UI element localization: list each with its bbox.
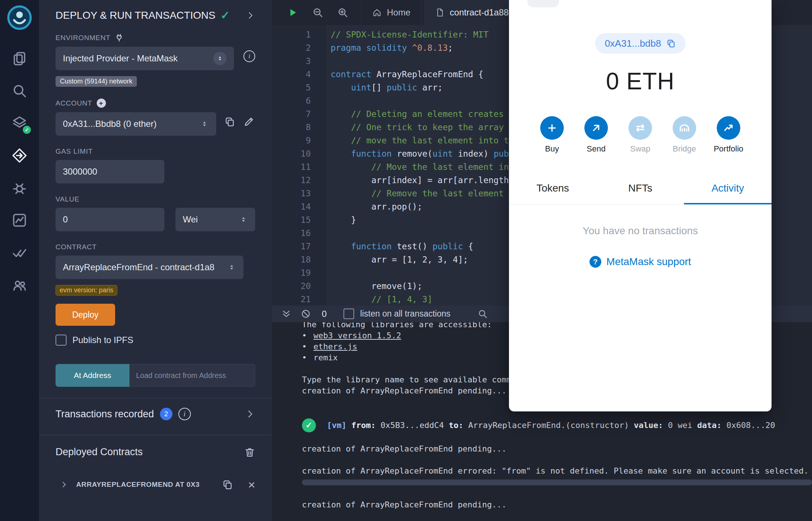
mm-action-label: Bridge: [673, 144, 696, 154]
play-icon: [287, 7, 298, 18]
panel-header: DEPLOY & RUN TRANSACTIONS ✓: [56, 0, 255, 22]
action-buttons-row: BuySendSwapBridgePortfolio: [532, 116, 749, 154]
gas-limit-input[interactable]: 3000000: [56, 160, 164, 183]
mm-action-portfolio[interactable]: Portfolio: [708, 116, 749, 154]
run-script-button[interactable]: [287, 7, 298, 18]
clear-console-button[interactable]: [301, 309, 311, 319]
mm-action-label: Swap: [630, 144, 650, 154]
copy-address-button[interactable]: [666, 39, 676, 48]
debugger-icon: [12, 180, 27, 196]
empty-transactions-message: You have no transactions: [583, 225, 698, 237]
at-address-input[interactable]: Load contract from Address: [129, 364, 255, 387]
contract-select[interactable]: ArrayReplaceFromEnd - contract-d1a8: [56, 256, 243, 279]
sidebar-item-deploy-run[interactable]: [11, 147, 28, 164]
contract-caret: [227, 263, 236, 272]
remix-ide: ✓ DEPLOY & RUN TRANSACTIONS ✓ ENVIRONMEN…: [0, 0, 812, 521]
terminal-line: [302, 488, 812, 499]
deployed-contract-item[interactable]: ARRAYREPLACEFROMEND AT 0X3 ×: [56, 478, 255, 491]
sidebar-item-debugger[interactable]: [11, 179, 28, 196]
publish-ipfs-checkbox[interactable]: [56, 335, 67, 346]
mm-action-label: Buy: [545, 144, 559, 154]
chevron-right-icon: [246, 11, 255, 20]
unit-caret: [239, 215, 248, 224]
mm-action-circle: [673, 116, 696, 140]
value-input[interactable]: 0: [56, 208, 164, 231]
mm-tab-tokens[interactable]: Tokens: [509, 182, 596, 204]
value-amount: 0: [63, 214, 68, 225]
pencil-icon: [243, 116, 254, 127]
transactions-recorded-label: Transactions recorded: [56, 408, 154, 420]
terminal-line: ✓[vm] from: 0x5B3...eddC4 to: ArrayRepla…: [302, 418, 812, 432]
sidebar-item-analytics[interactable]: [11, 212, 28, 229]
pending-transactions-count: 0: [322, 309, 327, 319]
mm-tab-nfts[interactable]: NFTs: [596, 182, 684, 204]
deployed-contract-name: ARRAYREPLACEFROMEND AT 0X3: [76, 481, 200, 489]
terminal-line: [302, 432, 812, 443]
home-tab-label: Home: [387, 7, 410, 18]
expand-contract-button[interactable]: [60, 481, 68, 489]
side-panel: DEPLOY & RUN TRANSACTIONS ✓ ENVIRONMENT …: [39, 0, 272, 521]
terminal-horizontal-scrollbar[interactable]: [302, 479, 812, 485]
plug-icon: [115, 33, 124, 42]
environment-select[interactable]: Injected Provider - MetaMask: [56, 47, 234, 70]
environment-caret: [213, 52, 227, 65]
edit-account-button[interactable]: [243, 116, 254, 127]
environment-info-icon[interactable]: i: [243, 50, 255, 62]
search-icon: [12, 83, 27, 99]
caret-updown-icon: [227, 263, 236, 272]
chevron-right-icon: [60, 481, 68, 489]
mm-action-send[interactable]: Send: [576, 116, 616, 154]
mm-action-bridge: Bridge: [664, 116, 705, 154]
caret-updown-icon: [239, 215, 248, 224]
sidebar-item-static-analysis[interactable]: [11, 244, 28, 261]
metamask-tabs: TokensNFTsActivity: [509, 182, 772, 204]
zoom-out-button[interactable]: [312, 7, 323, 18]
chevron-right-icon: [245, 409, 255, 419]
panel-title: DEPLOY & RUN TRANSACTIONS: [56, 10, 216, 21]
tab-home[interactable]: Home: [361, 0, 422, 25]
expand-terminal-button[interactable]: [281, 309, 291, 319]
sidebar-item-file-explorer[interactable]: [11, 50, 28, 67]
sidebar-item-solidity-compiler[interactable]: ✓: [11, 115, 28, 132]
mm-action-circle: [717, 116, 740, 140]
copy-account-button[interactable]: [224, 116, 235, 127]
panel-collapse-button[interactable]: [246, 11, 255, 20]
deploy-button[interactable]: Deploy: [56, 304, 115, 326]
terminal-line: creation of ArrayReplaceFromEnd errored:…: [302, 465, 812, 477]
transactions-expand-button[interactable]: [245, 409, 255, 419]
terminal-link[interactable]: web3 version 1.5.2: [313, 330, 401, 341]
account-address-pill[interactable]: 0xA31...bdb8: [595, 33, 685, 54]
file-explorer-icon: [12, 51, 27, 66]
remove-contract-button[interactable]: ×: [248, 478, 255, 491]
plus-icon: [546, 122, 558, 133]
transactions-info-icon[interactable]: i: [178, 408, 191, 420]
mm-tab-activity[interactable]: Activity: [684, 182, 772, 204]
value-unit: Wei: [183, 214, 198, 225]
environment-label: ENVIRONMENT: [56, 34, 110, 42]
listen-transactions-checkbox[interactable]: [343, 308, 354, 319]
metamask-support-link[interactable]: ? MetaMask support: [590, 256, 691, 268]
success-check-icon: ✓: [302, 418, 316, 432]
sidebar-item-search[interactable]: [11, 82, 28, 99]
environment-value: Injected Provider - MetaMask: [63, 53, 178, 64]
file-icon: [435, 8, 445, 17]
publish-ipfs-label: Publish to IPFS: [72, 335, 133, 345]
at-address-button[interactable]: At Address: [56, 364, 129, 387]
terminal-search-button[interactable]: [478, 309, 488, 319]
mm-action-buy[interactable]: Buy: [532, 116, 572, 154]
file-icon: [435, 8, 445, 17]
account-select[interactable]: 0xA31...Bbdb8 (0 ether): [56, 112, 216, 136]
zoom-in-button[interactable]: [337, 7, 348, 18]
metamask-popup: 0xA31...bdb8 0 ETH BuySendSwapBridgePort…: [509, 0, 772, 411]
copy-contract-address-button[interactable]: [222, 479, 233, 490]
value-unit-select[interactable]: Wei: [175, 208, 255, 231]
contract-value: ArrayReplaceFromEnd - contract-d1a8: [63, 262, 214, 272]
terminal-link[interactable]: ethers.js: [313, 341, 357, 352]
account-caret: [200, 119, 209, 128]
mm-action-label: Send: [587, 144, 605, 154]
sidebar-item-plugins[interactable]: [11, 276, 28, 293]
search-icon: [478, 309, 488, 319]
deploy-run-icon: [12, 148, 27, 163]
clear-deployed-button[interactable]: [244, 447, 255, 458]
add-account-icon[interactable]: +: [97, 99, 106, 108]
